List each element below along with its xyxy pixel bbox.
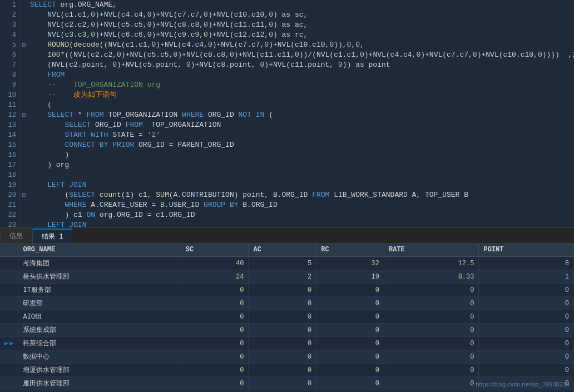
row-arrow <box>0 350 18 364</box>
table-row[interactable]: 系统集成部00000 <box>0 324 574 337</box>
table-row[interactable]: 研发部00000 <box>0 297 574 310</box>
fold-marker <box>20 100 28 110</box>
fold-marker <box>20 0 28 10</box>
cell-ac: 0 <box>249 310 316 324</box>
code-token <box>30 140 65 150</box>
cell-ac: 0 <box>249 364 316 377</box>
code-token: ON <box>86 210 95 220</box>
table-row[interactable]: 数据中心00000 <box>0 350 574 364</box>
code-token: 0 <box>91 20 95 30</box>
table-header-rc[interactable]: RC <box>316 244 384 256</box>
code-token: ) <box>30 150 69 160</box>
code-token: )+NVL(c5.c5, <box>95 20 147 30</box>
table-header: ORG_NAMESCACRCRATEPOINT <box>0 244 574 256</box>
cell-rate: 0 <box>384 377 479 390</box>
code-token: org.ORG_NAME, <box>56 0 117 10</box>
code-token: )+NVL(c7.c7, <box>212 40 265 50</box>
cell-org_name: 科萊综合部 <box>18 337 181 350</box>
line-number: 6 <box>3 50 16 60</box>
line-number: 22 <box>3 210 16 220</box>
code-token: 0 <box>91 10 95 20</box>
cell-point: 0 <box>479 297 574 310</box>
code-token: FROM <box>312 190 329 200</box>
table-row[interactable]: ▶科萊综合部00000 <box>0 337 574 350</box>
fold-marker <box>20 180 28 190</box>
code-token: 0 <box>112 60 117 70</box>
row-arrow <box>0 310 18 324</box>
code-token: )), <box>334 40 347 50</box>
cell-ac: 2 <box>249 270 316 284</box>
code-token: ) as ac, <box>273 20 308 30</box>
cell-rc: 0 <box>316 324 384 337</box>
cell-rate: 0 <box>384 310 479 324</box>
row-arrow <box>0 297 18 310</box>
cell-sc: 0 <box>181 297 249 310</box>
table-header-ac[interactable]: AC <box>249 244 316 256</box>
code-token <box>30 130 65 140</box>
cell-rc: 0 <box>316 310 384 324</box>
table-row[interactable]: IT服务部00000 <box>0 284 574 297</box>
table-header-sc[interactable]: SC <box>181 244 249 256</box>
fold-marker[interactable]: ⊟ <box>20 110 28 120</box>
row-arrow <box>0 270 18 284</box>
cell-sc: 24 <box>181 270 249 284</box>
code-token <box>30 40 47 50</box>
code-line: SELECT * FROM TOP_ORGANIZATION WHERE ORG… <box>30 110 572 120</box>
code-token: 0 <box>416 50 420 60</box>
tab-info[interactable]: 信息 <box>0 229 32 243</box>
cell-sc: 0 <box>181 377 249 390</box>
code-content[interactable]: SELECT org.ORG_NAME, NVL(c1.c1,0)+NVL(c4… <box>28 0 574 227</box>
cell-rc: 0 <box>316 284 384 297</box>
code-token: 0 <box>269 20 273 30</box>
code-token: )+NVL(c10.c10, <box>208 10 269 20</box>
code-token: ) as sc, <box>273 10 308 20</box>
tab-results1[interactable]: 结果 1 <box>32 229 72 243</box>
code-token: NVL(c1.c1, <box>30 10 91 20</box>
fold-marker[interactable]: ⊟ <box>20 40 28 50</box>
code-token: 0 <box>260 60 265 70</box>
code-token: 0 <box>204 30 208 40</box>
code-line: NVL(c2.c2,0)+NVL(c5.c5,0)+NVL(c8.c8,0)+N… <box>30 20 572 30</box>
table-header-rate[interactable]: RATE <box>384 244 479 256</box>
code-token: ) c1 <box>30 210 86 220</box>
code-token: SELECT <box>30 0 56 10</box>
table-row[interactable]: 桥头供水管理部242198.331 <box>0 270 574 284</box>
code-line: NVL(c1.c1,0)+NVL(c4.c4,0)+NVL(c7.c7,0)+N… <box>30 10 572 20</box>
code-line: CONNECT BY PRIOR ORG_ID = PARENT_ORG_ID <box>30 140 572 150</box>
table-header-point[interactable]: POINT <box>479 244 574 256</box>
code-line: ) org <box>30 160 572 170</box>
cell-rate: 0 <box>384 390 479 393</box>
table-row[interactable]: 增厦供水管理部00000 <box>0 364 574 377</box>
table-row[interactable]: 深圳供水管理部00000 <box>0 390 574 393</box>
code-token: ) org <box>30 160 69 170</box>
table-row[interactable]: AIO组00000 <box>0 310 574 324</box>
code-token: SUM <box>156 190 169 200</box>
cell-sc: 0 <box>181 350 249 364</box>
code-line: 100*((NVL(c2.c2,0)+NVL(c5.c5,0)+NVL(c8.c… <box>30 50 572 60</box>
code-token: ((NVL(c1.c1, <box>100 40 152 50</box>
row-arrow: ▶ <box>0 337 18 350</box>
fold-marker <box>20 50 28 60</box>
code-token <box>30 110 47 120</box>
code-line: ( <box>30 100 572 110</box>
table-header-org_name[interactable]: ORG_NAME <box>18 244 181 256</box>
fold-marker <box>20 200 28 210</box>
cell-org_name: 雁田供水管理部 <box>18 377 181 390</box>
cell-ac: 0 <box>249 324 316 337</box>
table-row[interactable]: 考海集团4053212.58 <box>0 256 574 270</box>
line-number: 3 <box>3 20 16 30</box>
fold-marker[interactable]: ⊟ <box>20 190 28 200</box>
code-token: 0 <box>230 50 234 60</box>
cell-ac: 0 <box>249 390 316 393</box>
code-token: 0 <box>91 30 95 40</box>
code-line: ) <box>30 150 572 160</box>
code-token: ORG_ID <box>204 110 238 120</box>
code-token: FROM <box>126 120 143 130</box>
results-area[interactable]: ORG_NAMESCACRCRATEPOINT 考海集团4053212.58桥头… <box>0 244 574 392</box>
code-token: LEFT JOIN <box>47 180 86 190</box>
line-number: 23 <box>3 220 16 228</box>
cell-ac: 0 <box>249 337 316 350</box>
line-number: 9 <box>3 80 16 90</box>
watermark: https://blog.csdn.net/qq_39938236 <box>476 381 570 388</box>
cell-rate: 0 <box>384 284 479 297</box>
